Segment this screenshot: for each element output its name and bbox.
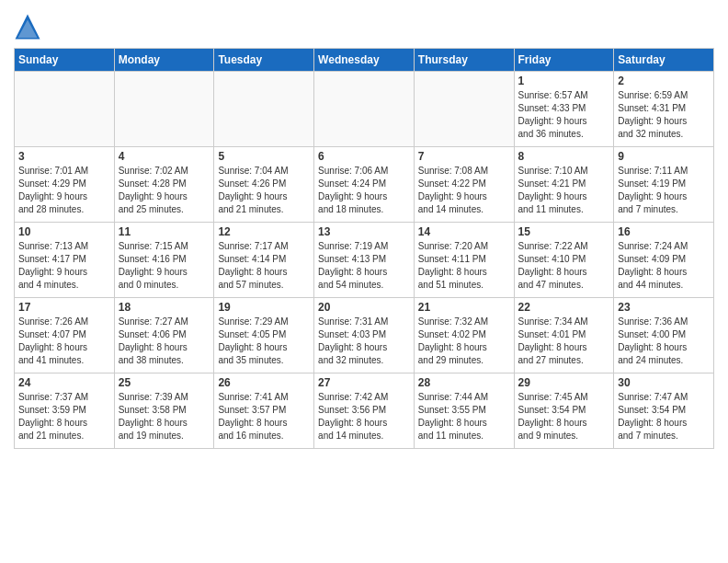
- calendar-cell: 20Sunrise: 7:31 AM Sunset: 4:03 PM Dayli…: [314, 298, 415, 373]
- day-info: Sunrise: 7:29 AM Sunset: 4:05 PM Dayligh…: [218, 316, 310, 367]
- calendar-cell: [414, 72, 514, 147]
- week-row-4: 17Sunrise: 7:26 AM Sunset: 4:07 PM Dayli…: [15, 298, 714, 373]
- day-number: 29: [518, 376, 610, 389]
- day-number: 18: [119, 301, 210, 314]
- calendar-table: SundayMondayTuesdayWednesdayThursdayFrid…: [14, 48, 714, 449]
- calendar-cell: 29Sunrise: 7:45 AM Sunset: 3:54 PM Dayli…: [514, 373, 614, 449]
- header-area: [14, 9, 714, 40]
- day-info: Sunrise: 7:34 AM Sunset: 4:01 PM Dayligh…: [518, 316, 610, 367]
- calendar-cell: 10Sunrise: 7:13 AM Sunset: 4:17 PM Dayli…: [15, 223, 115, 298]
- header-day-monday: Monday: [114, 49, 214, 72]
- calendar-cell: 6Sunrise: 7:06 AM Sunset: 4:24 PM Daylig…: [314, 147, 415, 223]
- day-number: 20: [318, 301, 410, 314]
- day-number: 27: [318, 376, 410, 389]
- calendar-cell: 21Sunrise: 7:32 AM Sunset: 4:02 PM Dayli…: [414, 298, 514, 373]
- calendar-cell: 3Sunrise: 7:01 AM Sunset: 4:29 PM Daylig…: [15, 147, 115, 223]
- calendar-cell: 13Sunrise: 7:19 AM Sunset: 4:13 PM Dayli…: [314, 223, 415, 298]
- calendar-cell: 26Sunrise: 7:41 AM Sunset: 3:57 PM Dayli…: [214, 373, 314, 449]
- calendar-cell: 12Sunrise: 7:17 AM Sunset: 4:14 PM Dayli…: [214, 223, 314, 298]
- day-info: Sunrise: 7:47 AM Sunset: 3:54 PM Dayligh…: [618, 391, 710, 442]
- day-info: Sunrise: 6:57 AM Sunset: 4:33 PM Dayligh…: [518, 89, 610, 141]
- header-row: SundayMondayTuesdayWednesdayThursdayFrid…: [15, 49, 714, 72]
- day-info: Sunrise: 7:10 AM Sunset: 4:21 PM Dayligh…: [518, 165, 610, 216]
- day-info: Sunrise: 7:24 AM Sunset: 4:09 PM Dayligh…: [618, 240, 710, 292]
- day-number: 23: [618, 301, 710, 314]
- day-number: 2: [618, 75, 710, 87]
- day-info: Sunrise: 7:39 AM Sunset: 3:58 PM Dayligh…: [119, 391, 210, 442]
- logo-icon: [14, 13, 41, 40]
- day-number: 25: [119, 376, 210, 389]
- week-row-3: 10Sunrise: 7:13 AM Sunset: 4:17 PM Dayli…: [15, 223, 714, 298]
- header-day-thursday: Thursday: [414, 49, 514, 72]
- day-number: 17: [18, 301, 110, 314]
- calendar-cell: [15, 72, 115, 147]
- day-info: Sunrise: 7:06 AM Sunset: 4:24 PM Dayligh…: [318, 165, 410, 216]
- day-info: Sunrise: 7:13 AM Sunset: 4:17 PM Dayligh…: [18, 240, 110, 292]
- header-day-wednesday: Wednesday: [314, 49, 415, 72]
- day-info: Sunrise: 7:17 AM Sunset: 4:14 PM Dayligh…: [218, 240, 310, 292]
- day-number: 14: [418, 225, 510, 238]
- day-info: Sunrise: 7:11 AM Sunset: 4:19 PM Dayligh…: [618, 165, 710, 216]
- calendar-cell: 11Sunrise: 7:15 AM Sunset: 4:16 PM Dayli…: [114, 223, 214, 298]
- calendar-cell: 5Sunrise: 7:04 AM Sunset: 4:26 PM Daylig…: [214, 147, 314, 223]
- header-day-sunday: Sunday: [15, 49, 115, 72]
- calendar-cell: 28Sunrise: 7:44 AM Sunset: 3:55 PM Dayli…: [414, 373, 514, 449]
- day-info: Sunrise: 7:36 AM Sunset: 4:00 PM Dayligh…: [618, 316, 710, 367]
- day-number: 4: [119, 150, 210, 163]
- day-info: Sunrise: 7:32 AM Sunset: 4:02 PM Dayligh…: [418, 316, 510, 367]
- day-number: 16: [618, 225, 710, 238]
- day-number: 19: [218, 301, 310, 314]
- day-number: 10: [18, 225, 110, 238]
- day-info: Sunrise: 7:01 AM Sunset: 4:29 PM Dayligh…: [18, 165, 110, 216]
- calendar-cell: 16Sunrise: 7:24 AM Sunset: 4:09 PM Dayli…: [614, 223, 714, 298]
- calendar-cell: 24Sunrise: 7:37 AM Sunset: 3:59 PM Dayli…: [15, 373, 115, 449]
- day-info: Sunrise: 7:08 AM Sunset: 4:22 PM Dayligh…: [418, 165, 510, 216]
- calendar-cell: 4Sunrise: 7:02 AM Sunset: 4:28 PM Daylig…: [114, 147, 214, 223]
- calendar-cell: 1Sunrise: 6:57 AM Sunset: 4:33 PM Daylig…: [514, 72, 614, 147]
- header-day-tuesday: Tuesday: [214, 49, 314, 72]
- day-info: Sunrise: 7:37 AM Sunset: 3:59 PM Dayligh…: [18, 391, 110, 442]
- calendar-cell: 18Sunrise: 7:27 AM Sunset: 4:06 PM Dayli…: [114, 298, 214, 373]
- calendar-header: SundayMondayTuesdayWednesdayThursdayFrid…: [15, 49, 714, 72]
- day-info: Sunrise: 6:59 AM Sunset: 4:31 PM Dayligh…: [618, 89, 710, 141]
- calendar-cell: 8Sunrise: 7:10 AM Sunset: 4:21 PM Daylig…: [514, 147, 614, 223]
- week-row-5: 24Sunrise: 7:37 AM Sunset: 3:59 PM Dayli…: [15, 373, 714, 449]
- week-row-1: 1Sunrise: 6:57 AM Sunset: 4:33 PM Daylig…: [15, 72, 714, 147]
- calendar-cell: 30Sunrise: 7:47 AM Sunset: 3:54 PM Dayli…: [614, 373, 714, 449]
- day-number: 7: [418, 150, 510, 163]
- calendar-body: 1Sunrise: 6:57 AM Sunset: 4:33 PM Daylig…: [15, 72, 714, 449]
- day-number: 15: [518, 225, 610, 238]
- calendar-cell: [214, 72, 314, 147]
- week-row-2: 3Sunrise: 7:01 AM Sunset: 4:29 PM Daylig…: [15, 147, 714, 223]
- day-info: Sunrise: 7:26 AM Sunset: 4:07 PM Dayligh…: [18, 316, 110, 367]
- calendar-cell: 7Sunrise: 7:08 AM Sunset: 4:22 PM Daylig…: [414, 147, 514, 223]
- day-info: Sunrise: 7:15 AM Sunset: 4:16 PM Dayligh…: [119, 240, 210, 292]
- day-number: 12: [218, 225, 310, 238]
- day-info: Sunrise: 7:27 AM Sunset: 4:06 PM Dayligh…: [119, 316, 210, 367]
- day-number: 9: [618, 150, 710, 163]
- calendar-cell: 14Sunrise: 7:20 AM Sunset: 4:11 PM Dayli…: [414, 223, 514, 298]
- day-number: 30: [618, 376, 710, 389]
- calendar-cell: 25Sunrise: 7:39 AM Sunset: 3:58 PM Dayli…: [114, 373, 214, 449]
- calendar-cell: 15Sunrise: 7:22 AM Sunset: 4:10 PM Dayli…: [514, 223, 614, 298]
- calendar-cell: [114, 72, 214, 147]
- calendar-cell: 27Sunrise: 7:42 AM Sunset: 3:56 PM Dayli…: [314, 373, 415, 449]
- day-info: Sunrise: 7:31 AM Sunset: 4:03 PM Dayligh…: [318, 316, 410, 367]
- page-container: SundayMondayTuesdayWednesdayThursdayFrid…: [0, 0, 728, 454]
- logo: [14, 13, 45, 40]
- day-number: 13: [318, 225, 410, 238]
- day-info: Sunrise: 7:42 AM Sunset: 3:56 PM Dayligh…: [318, 391, 410, 442]
- day-number: 26: [218, 376, 310, 389]
- day-number: 1: [518, 75, 610, 87]
- day-info: Sunrise: 7:44 AM Sunset: 3:55 PM Dayligh…: [418, 391, 510, 442]
- calendar-cell: 19Sunrise: 7:29 AM Sunset: 4:05 PM Dayli…: [214, 298, 314, 373]
- calendar-cell: 23Sunrise: 7:36 AM Sunset: 4:00 PM Dayli…: [614, 298, 714, 373]
- header-day-friday: Friday: [514, 49, 614, 72]
- day-info: Sunrise: 7:04 AM Sunset: 4:26 PM Dayligh…: [218, 165, 310, 216]
- day-number: 22: [518, 301, 610, 314]
- day-info: Sunrise: 7:45 AM Sunset: 3:54 PM Dayligh…: [518, 391, 610, 442]
- day-number: 5: [218, 150, 310, 163]
- day-number: 6: [318, 150, 410, 163]
- header-day-saturday: Saturday: [614, 49, 714, 72]
- day-info: Sunrise: 7:41 AM Sunset: 3:57 PM Dayligh…: [218, 391, 310, 442]
